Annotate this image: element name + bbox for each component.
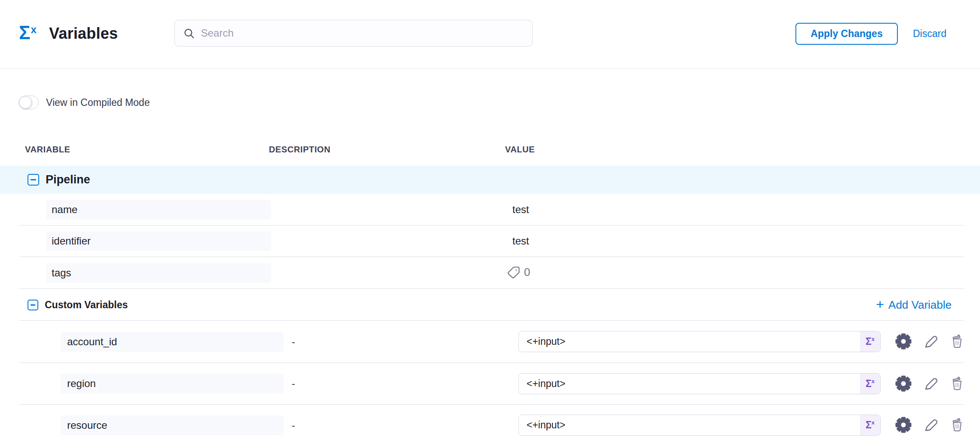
sigma-glyph: Σ [866, 336, 872, 347]
variable-name-chip[interactable]: resource [61, 415, 284, 435]
variable-description: - [292, 378, 295, 390]
runtime-input-type-selector[interactable]: Σx [860, 331, 880, 352]
section-header-pipeline: Pipeline [0, 166, 980, 194]
runtime-input-text: <+input> [519, 415, 860, 435]
variable-name-chip[interactable]: region [61, 374, 284, 393]
sigma-sup-glyph: x [872, 336, 875, 342]
sigma-glyph: Σ [19, 22, 30, 43]
table-row: resource - <+input> Σx [0, 405, 980, 446]
column-header-variable: VARIABLE [25, 145, 71, 155]
settings-gear-icon[interactable] [895, 333, 912, 350]
variable-name-chip[interactable]: tags [46, 263, 271, 283]
collapse-icon[interactable] [28, 300, 38, 310]
apply-changes-button[interactable]: Apply Changes [795, 23, 898, 45]
sigma-glyph: Σ [866, 419, 872, 431]
table-row: identifier test [0, 226, 980, 257]
tags-value: 0 [507, 266, 530, 279]
search-icon [183, 28, 195, 39]
discard-button[interactable]: Discard [913, 23, 946, 45]
edit-pencil-icon[interactable] [922, 416, 939, 434]
row-actions [895, 375, 965, 392]
variable-description: - [292, 419, 295, 431]
search-box[interactable] [174, 20, 533, 46]
add-variable-label: Add Variable [888, 298, 952, 312]
settings-gear-icon[interactable] [895, 416, 912, 434]
table-row: region - <+input> Σx [0, 363, 980, 405]
table-row: name test [0, 194, 980, 226]
toggle-knob [19, 96, 31, 108]
row-actions [895, 333, 965, 350]
delete-trash-icon[interactable] [949, 333, 965, 350]
column-header-value: VALUE [505, 145, 535, 155]
table-row: account_id - <+input> Σx [0, 321, 980, 363]
section-title: Pipeline [46, 173, 90, 186]
variable-name-chip[interactable]: account_id [61, 332, 284, 352]
section-title: Custom Variables [45, 299, 128, 311]
variable-description: - [292, 336, 295, 348]
runtime-input-type-selector[interactable]: Σx [860, 374, 880, 394]
collapse-icon[interactable] [28, 174, 39, 186]
compiled-mode-label: View in Compiled Mode [46, 96, 150, 109]
tags-count: 0 [524, 266, 530, 279]
runtime-input-type-selector[interactable]: Σx [860, 415, 880, 435]
add-variable-button[interactable]: + Add Variable [876, 289, 952, 321]
sigma-x-icon: Σx [19, 22, 36, 43]
variable-value: test [512, 235, 529, 247]
column-header-description: DESCRIPTION [269, 145, 330, 155]
compiled-mode-toggle[interactable] [18, 96, 39, 109]
delete-trash-icon[interactable] [949, 375, 965, 392]
sigma-glyph: Σ [866, 378, 872, 390]
section-header-custom-variables: Custom Variables + Add Variable [0, 289, 980, 321]
search-input[interactable] [201, 20, 532, 46]
edit-pencil-icon[interactable] [922, 333, 939, 350]
sigma-sup-glyph: x [31, 24, 36, 35]
row-actions [895, 416, 965, 434]
sigma-sup-glyph: x [872, 378, 875, 384]
minus-glyph [31, 179, 36, 180]
variable-value-input[interactable]: <+input> Σx [518, 373, 881, 394]
variable-name-chip[interactable]: name [46, 200, 271, 220]
tag-icon [507, 266, 520, 279]
page-title: Variables [49, 22, 118, 45]
variable-value: test [512, 204, 529, 216]
variable-value-input[interactable]: <+input> Σx [518, 331, 881, 352]
minus-glyph [31, 304, 35, 306]
top-bar: Σx Variables Apply Changes Discard [0, 0, 980, 69]
variables-page: Σx Variables Apply Changes Discard View … [0, 0, 980, 446]
edit-pencil-icon[interactable] [922, 375, 939, 392]
runtime-input-text: <+input> [519, 331, 860, 352]
variable-value-input[interactable]: <+input> Σx [518, 415, 881, 436]
table-row: tags 0 [0, 257, 980, 289]
settings-gear-icon[interactable] [895, 375, 912, 392]
variable-name-chip[interactable]: identifier [46, 231, 271, 251]
delete-trash-icon[interactable] [949, 416, 965, 434]
sigma-sup-glyph: x [872, 419, 875, 426]
runtime-input-text: <+input> [519, 374, 860, 394]
plus-icon: + [876, 297, 884, 311]
